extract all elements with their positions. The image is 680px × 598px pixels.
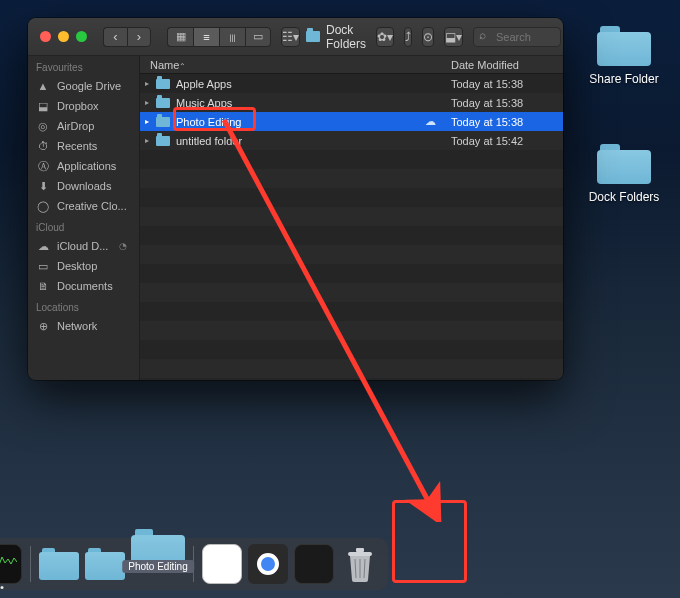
file-name: Apple Apps: [176, 78, 445, 90]
cloud-status-icon: ☁: [423, 115, 437, 128]
svg-rect-2: [356, 548, 364, 552]
file-name: Music Apps: [176, 97, 445, 109]
finder-list-pane[interactable]: Name⌃ Date Modified ▸Apple AppsToday at …: [140, 56, 563, 380]
progress-icon: ◔: [119, 241, 127, 251]
sidebar-item-recents[interactable]: ⏱Recents: [28, 136, 139, 156]
finder-titlebar[interactable]: ‹ › ▦ ≡ ⫼ ▭ ☷▾ Dock Folders ✿▾ ⤴ ⊙ ⬓▾: [28, 18, 563, 56]
dock-app-activity-monitor[interactable]: [0, 544, 22, 584]
disclosure-triangle-icon[interactable]: ▸: [145, 117, 154, 126]
sidebar-header-favourites: Favourites: [28, 56, 139, 76]
desktop-label: Dock Folders: [589, 190, 660, 204]
table-row[interactable]: ▸untitled folderToday at 15:42: [140, 131, 563, 150]
file-date: Today at 15:38: [445, 116, 563, 128]
file-name: Photo Editing: [176, 116, 423, 128]
dock-trash[interactable]: [340, 544, 380, 584]
disclosure-triangle-icon[interactable]: ▸: [145, 98, 154, 107]
back-button[interactable]: ‹: [103, 27, 127, 47]
recents-icon: ⏱: [36, 139, 50, 153]
column-headers[interactable]: Name⌃ Date Modified: [140, 56, 563, 74]
sidebar-item-documents[interactable]: 🗎Documents: [28, 276, 139, 296]
folder-icon: [39, 548, 79, 580]
folder-icon: [156, 117, 170, 127]
dock-separator: [30, 546, 31, 582]
title-text: Dock Folders: [326, 23, 366, 51]
disclosure-triangle-icon[interactable]: ▸: [145, 79, 154, 88]
table-row[interactable]: ▸Photo Editing☁Today at 15:38: [140, 112, 563, 131]
forward-button[interactable]: ›: [127, 27, 151, 47]
documents-icon: 🗎: [36, 279, 50, 293]
sidebar-header-locations: Locations: [28, 296, 139, 316]
search-wrap: [469, 27, 561, 47]
sort-caret-icon: ⌃: [179, 62, 194, 71]
dock-folder-downloads[interactable]: [39, 544, 79, 584]
sidebar-item-dropbox[interactable]: ⬓Dropbox: [28, 96, 139, 116]
desktop-label: Share Folder: [589, 72, 658, 86]
sidebar-item-airdrop[interactable]: ◎AirDrop: [28, 116, 139, 136]
minimize-button[interactable]: [58, 31, 69, 42]
table-row[interactable]: ▸Apple AppsToday at 15:38: [140, 74, 563, 93]
folder-icon: [156, 79, 170, 89]
sidebar-header-icloud: iCloud: [28, 216, 139, 236]
file-date: Today at 15:38: [445, 97, 563, 109]
dock-folder-windows[interactable]: [85, 544, 125, 584]
cc-icon: ◯: [36, 199, 50, 213]
svg-rect-1: [348, 552, 372, 556]
folder-icon: [597, 26, 651, 66]
dropbox-button[interactable]: ⬓▾: [444, 27, 463, 47]
tags-button[interactable]: ⊙: [422, 27, 434, 47]
sidebar-item-icloud-drive[interactable]: ☁iCloud D...◔: [28, 236, 139, 256]
desktop-icon: ▭: [36, 259, 50, 273]
drag-label: Photo Editing: [122, 560, 194, 573]
network-icon: ⊕: [36, 319, 50, 333]
folder-icon: [597, 144, 651, 184]
file-date: Today at 15:38: [445, 78, 563, 90]
zoom-button[interactable]: [76, 31, 87, 42]
column-name[interactable]: Name⌃: [140, 59, 445, 71]
downloads-icon: ⬇: [36, 179, 50, 193]
folder-icon: [306, 31, 320, 42]
dock-min-window-docs[interactable]: [202, 544, 242, 584]
column-date-modified[interactable]: Date Modified: [445, 59, 563, 71]
view-gallery-button[interactable]: ▭: [245, 27, 271, 47]
sidebar-item-google-drive[interactable]: ▲Google Drive: [28, 76, 139, 96]
drive-icon: ▲: [36, 79, 50, 93]
close-button[interactable]: [40, 31, 51, 42]
view-list-button[interactable]: ≡: [193, 27, 219, 47]
airdrop-icon: ◎: [36, 119, 50, 133]
folder-icon: [156, 98, 170, 108]
folder-icon: [156, 136, 170, 146]
arrange-button[interactable]: ☷▾: [281, 27, 300, 47]
view-icon-button[interactable]: ▦: [167, 27, 193, 47]
running-indicator: [1, 586, 4, 589]
file-date: Today at 15:42: [445, 135, 563, 147]
applications-icon: Ⓐ: [36, 159, 50, 173]
sidebar-item-downloads[interactable]: ⬇Downloads: [28, 176, 139, 196]
view-mode-group: ▦ ≡ ⫼ ▭: [167, 27, 271, 47]
dock-folder-drop-target[interactable]: Photo Editing: [131, 547, 185, 571]
dropbox-icon: ⬓: [36, 99, 50, 113]
sidebar-item-desktop[interactable]: ▭Desktop: [28, 256, 139, 276]
finder-window[interactable]: ‹ › ▦ ≡ ⫼ ▭ ☷▾ Dock Folders ✿▾ ⤴ ⊙ ⬓▾ Fa…: [28, 18, 563, 380]
dock[interactable]: >_ Photo Editing: [0, 538, 388, 590]
sidebar-item-applications[interactable]: ⒶApplications: [28, 156, 139, 176]
sidebar-item-creative-cloud[interactable]: ◯Creative Clo...: [28, 196, 139, 216]
dock-min-window-affinity[interactable]: [294, 544, 334, 584]
dock-min-window-chrome[interactable]: [248, 544, 288, 584]
window-controls: [40, 31, 87, 42]
desktop-folder-dock[interactable]: Dock Folders: [580, 144, 668, 204]
trash-icon: [344, 546, 376, 582]
desktop-folder-share[interactable]: Share Folder: [580, 26, 668, 86]
sidebar-item-network[interactable]: ⊕Network: [28, 316, 139, 336]
folder-icon: [85, 548, 125, 580]
share-button[interactable]: ⤴: [404, 27, 412, 47]
window-title: Dock Folders: [306, 23, 366, 51]
cloud-icon: ☁: [36, 239, 50, 253]
file-rows[interactable]: ▸Apple AppsToday at 15:38▸Music AppsToda…: [140, 74, 563, 380]
table-row[interactable]: ▸Music AppsToday at 15:38: [140, 93, 563, 112]
file-name: untitled folder: [176, 135, 445, 147]
search-input[interactable]: [473, 27, 561, 47]
finder-sidebar[interactable]: Favourites ▲Google Drive ⬓Dropbox ◎AirDr…: [28, 56, 140, 380]
disclosure-triangle-icon[interactable]: ▸: [145, 136, 154, 145]
action-button[interactable]: ✿▾: [376, 27, 394, 47]
view-column-button[interactable]: ⫼: [219, 27, 245, 47]
